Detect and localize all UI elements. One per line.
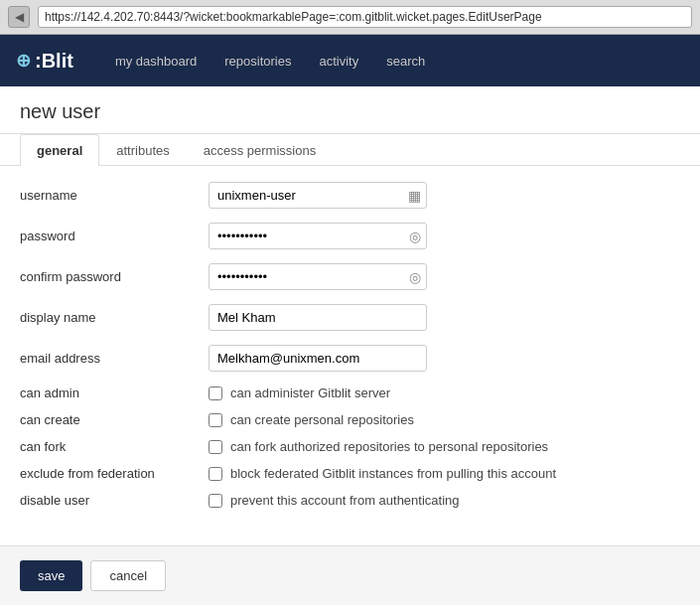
brand-name: :Blit <box>35 50 73 73</box>
save-button[interactable]: save <box>20 560 82 591</box>
username-row: username ▦ <box>20 182 680 209</box>
username-input[interactable] <box>209 182 427 209</box>
can-admin-label: can admin <box>20 385 209 400</box>
nav-search[interactable]: search <box>374 48 437 75</box>
tab-general[interactable]: general <box>20 134 99 166</box>
navbar: ⊕ :Blit my dashboard repositories activi… <box>0 35 700 86</box>
exclude-control: block federated Gitblit instances from p… <box>209 466 556 481</box>
nav-links: my dashboard repositories activity searc… <box>103 48 437 75</box>
page-content: new user general attributes access permi… <box>0 86 700 616</box>
disable-desc: prevent this account from authenticating <box>230 493 460 508</box>
username-input-wrapper: ▦ <box>209 182 427 209</box>
form-body: username ▦ password ◎ confirm password ◎ <box>0 166 700 536</box>
nav-my-dashboard[interactable]: my dashboard <box>103 48 209 75</box>
username-label: username <box>20 188 209 203</box>
can-fork-checkbox[interactable] <box>209 440 222 454</box>
can-create-label: can create <box>20 412 209 427</box>
confirm-password-input[interactable] <box>209 263 427 290</box>
can-fork-control: can fork authorized repositories to pers… <box>209 439 548 454</box>
page-title: new user <box>20 100 680 123</box>
browser-bar: ◀ https://142.4.202.70:8443/?wicket:book… <box>0 0 700 35</box>
page-header: new user <box>0 86 700 134</box>
display-name-input-wrapper <box>209 304 427 331</box>
can-fork-desc: can fork authorized repositories to pers… <box>230 439 548 454</box>
can-fork-row: can fork can fork authorized repositorie… <box>20 439 680 454</box>
address-bar[interactable]: https://142.4.202.70:8443/?wicket:bookma… <box>38 6 692 28</box>
can-create-row: can create can create personal repositor… <box>20 412 680 427</box>
tab-attributes[interactable]: attributes <box>99 134 186 166</box>
nav-activity[interactable]: activity <box>307 48 370 75</box>
username-icon: ▦ <box>408 188 421 204</box>
confirm-password-label: confirm password <box>20 269 209 284</box>
email-input-wrapper <box>209 345 427 372</box>
tab-access-permissions[interactable]: access permissions <box>187 134 333 166</box>
can-admin-desc: can administer Gitblit server <box>230 385 390 400</box>
brand-logo[interactable]: ⊕ :Blit <box>16 50 73 73</box>
can-create-control: can create personal repositories <box>209 412 414 427</box>
exclude-desc: block federated Gitblit instances from p… <box>230 466 556 481</box>
confirm-password-row: confirm password ◎ <box>20 263 680 290</box>
password-input[interactable] <box>209 223 427 249</box>
tabs: general attributes access permissions <box>0 134 700 166</box>
can-create-desc: can create personal repositories <box>230 412 414 427</box>
can-admin-row: can admin can administer Gitblit server <box>20 385 680 400</box>
brand-icon: ⊕ <box>16 50 31 72</box>
cancel-button[interactable]: cancel <box>90 560 166 591</box>
password-icon: ◎ <box>409 229 421 244</box>
email-row: email address <box>20 345 680 372</box>
display-name-input[interactable] <box>209 304 427 331</box>
password-row: password ◎ <box>20 223 680 249</box>
can-create-checkbox[interactable] <box>209 413 222 427</box>
disable-row: disable user prevent this account from a… <box>20 493 680 508</box>
display-name-row: display name <box>20 304 680 331</box>
password-input-wrapper: ◎ <box>209 223 427 249</box>
nav-repositories[interactable]: repositories <box>212 48 303 75</box>
email-label: email address <box>20 351 209 366</box>
can-fork-label: can fork <box>20 439 209 454</box>
disable-label: disable user <box>20 493 209 508</box>
display-name-label: display name <box>20 310 209 325</box>
exclude-row: exclude from federation block federated … <box>20 466 680 481</box>
confirm-password-icon: ◎ <box>409 269 421 285</box>
disable-checkbox[interactable] <box>209 494 222 508</box>
email-input[interactable] <box>209 345 427 372</box>
password-label: password <box>20 229 209 243</box>
confirm-password-input-wrapper: ◎ <box>209 263 427 290</box>
can-admin-control: can administer Gitblit server <box>209 385 390 400</box>
bottom-bar: save cancel <box>0 545 700 605</box>
disable-control: prevent this account from authenticating <box>209 493 460 508</box>
exclude-label: exclude from federation <box>20 466 209 481</box>
back-button[interactable]: ◀ <box>8 6 30 28</box>
can-admin-checkbox[interactable] <box>209 386 222 400</box>
exclude-checkbox[interactable] <box>209 467 222 481</box>
